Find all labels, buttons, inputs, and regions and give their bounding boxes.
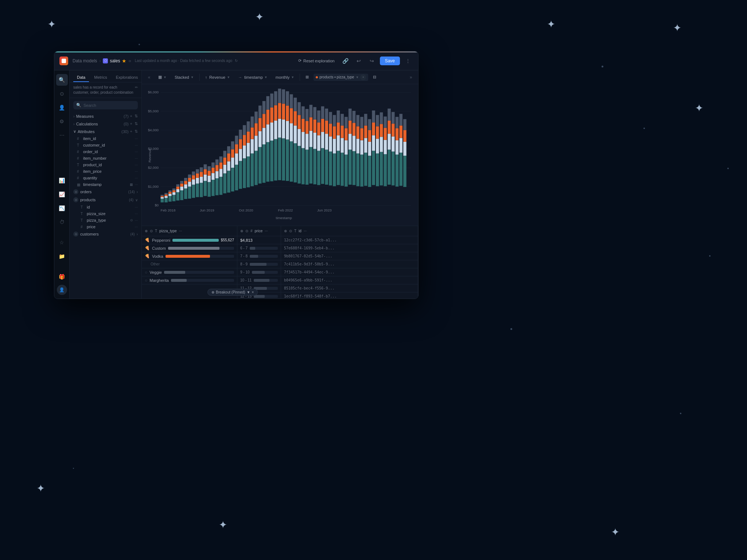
price-range-6-7[interactable]: 6 - 7	[237, 244, 281, 252]
calculations-section-header[interactable]: › Calculations (0) + ⇅	[70, 120, 141, 128]
breakout-config-button[interactable]: ⊞	[302, 73, 312, 81]
chart-type-button[interactable]: ▦ ▼	[155, 73, 170, 81]
star-icon[interactable]: ★	[122, 58, 127, 64]
relation-customers[interactable]: ⊙ customers (4) ›	[70, 230, 141, 238]
collapse-right-button[interactable]: »	[406, 73, 415, 82]
data-grid: ⊕ ⊙ T pizza_type ··· 🍕 Pepperoni	[142, 226, 418, 299]
sidebar-icon-chart[interactable]: 📊	[56, 175, 68, 186]
price-range-9-10[interactable]: 9 - 10	[237, 268, 281, 276]
pizza-type-row-other[interactable]: Other	[142, 260, 237, 268]
svg-rect-265	[403, 130, 406, 142]
svg-rect-149	[290, 108, 293, 123]
attribute-item-quantity[interactable]: # quantity ···	[70, 175, 141, 181]
tab-data[interactable]: Data	[73, 73, 89, 82]
sidebar-icon-bar[interactable]: 📉	[56, 202, 68, 214]
id-row-5[interactable]: 7f34517b-4494-54ec-9...	[281, 268, 418, 276]
pizza-type-row-custom[interactable]: 🍕 Custom	[142, 244, 237, 252]
svg-rect-20	[164, 196, 168, 198]
pizza-type-row-vodka[interactable]: 🍕 Vodka	[142, 252, 237, 260]
svg-rect-213	[353, 123, 356, 136]
svg-rect-169	[310, 117, 313, 131]
pizza-type-row-veggie[interactable]: ○ Veggie	[142, 268, 237, 276]
sidebar-icon-gift[interactable]: 🎁	[56, 271, 68, 283]
collapse-panel-button[interactable]: «	[145, 73, 153, 82]
sidebar-icon-users[interactable]: 👤	[56, 102, 68, 113]
attribute-item-customer_id[interactable]: T customer_id ···	[70, 142, 141, 148]
svg-rect-115	[258, 147, 262, 183]
relation-products[interactable]: ⊙ products (4) ∨	[70, 196, 141, 204]
search-input[interactable]	[83, 103, 135, 108]
svg-rect-22	[164, 193, 168, 194]
id-row-2[interactable]: 57e608f4-1699-5eb4-b...	[281, 244, 418, 252]
price-bar	[254, 279, 278, 282]
more-options-button[interactable]: ⋮	[403, 56, 413, 66]
dimension-button[interactable]: → timestamp ▼	[235, 73, 271, 81]
redo-button[interactable]: ↪	[367, 56, 377, 66]
attributes-section-header[interactable]: ∨ Attributes (30) + ⇅	[70, 128, 141, 135]
link-button[interactable]: 🔗	[341, 56, 351, 66]
svg-rect-82	[223, 151, 226, 158]
id-row-7[interactable]: 85105cfe-bec4-f556-9...	[281, 284, 418, 292]
calculations-actions[interactable]: + ⇅	[130, 121, 138, 126]
pizza-type-row-margherita[interactable]: ○ Margherita	[142, 276, 237, 284]
products-item-id[interactable]: T id ···	[70, 204, 141, 210]
svg-rect-156	[297, 129, 301, 146]
close-breakout-button[interactable]: ×	[360, 74, 366, 80]
products-item-price[interactable]: # price ···	[70, 223, 141, 230]
sidebar-icon-search[interactable]: 🔍	[56, 74, 68, 86]
id-row-4[interactable]: 7c411b5e-9d3f-50b5-9...	[281, 260, 418, 268]
measures-section-header[interactable]: › Measures (7) + ⇅	[70, 112, 141, 120]
hash-icon: #	[77, 137, 81, 141]
id-row-6[interactable]: b04965e6-a9bb-591f-...	[281, 276, 418, 284]
sidebar-icon-folder[interactable]: 📁	[56, 250, 68, 262]
svg-rect-147	[290, 141, 293, 182]
dot-decoration	[139, 44, 140, 45]
more-col-options[interactable]: ···	[265, 229, 268, 233]
tab-explorations[interactable]: Explorations	[112, 73, 142, 82]
save-button[interactable]: Save	[380, 57, 400, 65]
tab-metrics[interactable]: Metrics	[90, 73, 110, 82]
attributes-actions[interactable]: + ⇅	[130, 129, 138, 134]
more-col-options[interactable]: ···	[304, 229, 307, 233]
breadcrumb-parent[interactable]: Data models	[73, 58, 97, 63]
granularity-button[interactable]: monthly ▼	[272, 73, 297, 81]
reset-exploration-button[interactable]: ⟳ Reset exploration	[295, 57, 338, 65]
more-col-options[interactable]: ···	[179, 229, 182, 233]
sidebar-icon-more[interactable]: ⋯	[56, 129, 68, 141]
svg-rect-189	[329, 124, 332, 136]
attribute-item-item_number[interactable]: # item_number ···	[70, 155, 141, 162]
attribute-item-item_price[interactable]: # item_price ···	[70, 168, 141, 175]
relation-orders[interactable]: ⊙ orders (14) ›	[70, 188, 141, 196]
id-row-1[interactable]: 12cc27f2-c3d6-57cb-a1...	[281, 236, 418, 244]
filter-button[interactable]: ⊟	[370, 73, 380, 81]
attribute-item-item_id[interactable]: # item_id ···	[70, 135, 141, 142]
stacked-button[interactable]: Stacked ▼	[171, 73, 197, 81]
products-item-pizza_size[interactable]: T pizza_size ···	[70, 210, 141, 217]
measure-button[interactable]: ↑ Revenue ▼	[202, 73, 233, 81]
tab-bar: Data Metrics Explorations	[70, 70, 141, 82]
sidebar-icon-avatar[interactable]: 👤	[57, 285, 67, 295]
undo-button[interactable]: ↩	[354, 56, 364, 66]
svg-rect-232	[372, 135, 375, 151]
price-range-7-8[interactable]: 7 - 8	[237, 252, 281, 260]
pizza-type-row-pepperoni[interactable]: 🍕 Pepperoni $55,627	[142, 236, 237, 244]
measures-actions[interactable]: + ⇅	[130, 114, 138, 118]
id-row-8[interactable]: 1ec68f1f-f893-548f-b7...	[281, 292, 418, 299]
svg-rect-91	[235, 165, 238, 190]
price-range-10-11[interactable]: 10 - 11	[237, 276, 281, 284]
sidebar-icon-settings[interactable]: ⚙	[56, 116, 68, 127]
price-total-row[interactable]: $4,813	[237, 236, 281, 244]
edit-description-icon[interactable]: ✏	[135, 85, 138, 90]
sidebar-icon-history[interactable]: ⏱	[56, 216, 68, 228]
relation-icon: ⊙	[73, 232, 78, 237]
sidebar-icon-line[interactable]: 📈	[56, 188, 68, 200]
id-row-3[interactable]: 9b801767-02d5-54b7-...	[281, 252, 418, 260]
sidebar-icon-star[interactable]: ☆	[56, 237, 68, 248]
price-range-8-9[interactable]: 8 - 9	[237, 260, 281, 268]
sidebar-icon-explore[interactable]: ⊙	[56, 88, 68, 100]
attribute-item-order_id[interactable]: # order_id ···	[70, 148, 141, 155]
chevron-down-icon: ∨	[135, 198, 138, 202]
products-item-pizza_type[interactable]: T pizza_type ⊙ ···	[70, 217, 141, 223]
attribute-item-timestamp[interactable]: ▦ timestamp ▦ ···	[70, 181, 141, 188]
attribute-item-product_id[interactable]: T product_id ···	[70, 162, 141, 168]
